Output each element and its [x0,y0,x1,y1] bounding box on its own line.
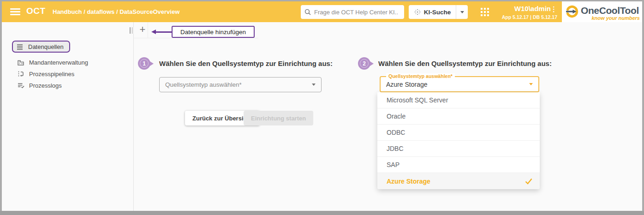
sidebar-item-label: Prozesslogs [29,82,62,89]
option-microsoft-sql-server[interactable]: Microsoft SQL Server [377,92,540,108]
option-label: Azure Storage [387,178,430,185]
quellsystemtyp-select-open[interactable]: Quellsystemtyp auswählen* Azure Storage [380,76,539,92]
panel-resize-handle[interactable] [130,27,134,34]
sidebar: Datenquellen Mandantenverwaltung Prozess… [2,22,133,211]
kebab-menu-icon[interactable]: ⋮ [550,5,557,13]
search-input[interactable] [314,9,400,16]
option-oracle[interactable]: Oracle [377,108,540,125]
option-azure-storage[interactable]: Azure Storage [377,173,540,189]
annotation-arrow-line [155,31,172,33]
logo-tagline: know your numbers [591,15,640,21]
ki-search-button[interactable]: KI-Suche [409,5,456,19]
select-floating-label: Quellsystemtyp auswählen* [386,73,455,79]
breadcrumb: Handbuch / dataflows / DataSourceOvervie… [53,8,179,15]
start-setup-button[interactable]: Einrichtung starten [244,111,313,125]
option-odbc[interactable]: ODBC [377,125,540,141]
chevron-down-icon [460,11,464,13]
app-window: OCT Handbuch / dataflows / DataSourceOve… [0,0,644,215]
annotation-callout: Datenquelle hinzufügen [172,26,255,38]
logo-text: OneCoolTool [581,5,639,16]
option-jdbc[interactable]: JDBC [377,141,540,157]
sidebar-item-label: Mandantenverwaltung [29,59,88,66]
toolbar-divider [148,22,148,38]
logo: OneCoolTool know your numbers [562,1,642,22]
step-2-badge: 2 [358,57,370,70]
app-title: OCT [26,6,46,16]
version-info: App 5.12.17 | DB 5.12.17 [472,14,558,20]
onecooltool-logo-icon [565,5,579,18]
building-icon [17,59,24,66]
username[interactable]: W10\admin [472,5,558,12]
header-bar: OCT Handbuch / dataflows / DataSourceOve… [2,1,642,22]
option-sap[interactable]: SAP [377,157,540,173]
sidebar-item-mandantenverwaltung[interactable]: Mandantenverwaltung [17,57,88,67]
sidebar-item-label: Datenquellen [28,43,64,50]
sparkle-icon [414,8,421,16]
chevron-down-icon [312,84,316,86]
logs-check-icon [17,82,24,89]
step-1-heading: Wählen Sie den Quellsystemtyp zur Einric… [159,60,333,67]
checkmark-icon [525,178,532,185]
toolbar-bottom-border [134,38,258,38]
pipeline-icon [17,70,24,78]
window-frame-top [0,0,644,1]
sidebar-item-prozesslogs[interactable]: Prozesslogs [17,80,62,90]
select-placeholder: Quellsystemtyp auswählen* [165,81,312,88]
search-icon [304,9,311,15]
sidebar-item-prozesspipelines[interactable]: Prozesspipelines [17,69,74,79]
ki-search-dropdown-button[interactable] [456,5,468,19]
step-1-badge: 1 [138,57,150,70]
list-icon [16,43,24,50]
ki-search-label: KI-Suche [424,9,451,16]
sidebar-item-label: Prozesspipelines [29,71,74,78]
sidebar-item-datenquellen[interactable]: Datenquellen [12,41,70,53]
quellsystemtyp-select-empty[interactable]: Quellsystemtyp auswählen* [159,77,322,92]
window-frame-right [642,0,644,215]
window-frame-bottom [0,211,644,215]
user-block: W10\admin ⋮ App 5.12.17 | DB 5.12.17 [472,5,558,20]
help-search-box[interactable] [301,5,404,19]
main-content: + Datenquelle hinzufügen 1 Wählen Sie de… [134,22,642,211]
quellsystemtyp-dropdown: Microsoft SQL Server Oracle ODBC JDBC SA… [377,92,540,189]
window-frame-left [0,0,2,215]
hamburger-menu-icon[interactable] [10,8,20,15]
add-datasource-button[interactable]: + [137,23,149,36]
step-2-heading: Wählen Sie den Quellsystemtyp zur Einric… [378,60,552,67]
ki-search-button-group: KI-Suche [409,5,468,19]
chevron-down-icon [529,83,533,85]
select-value: Azure Storage [386,81,529,88]
